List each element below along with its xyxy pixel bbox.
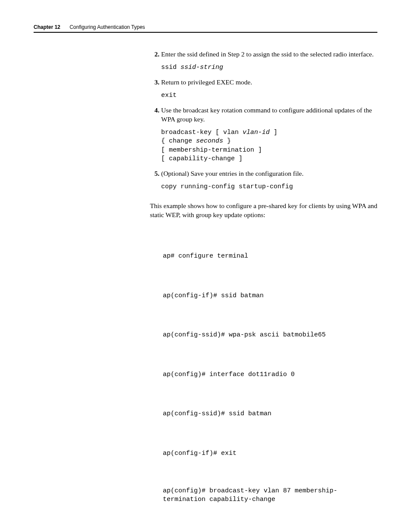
header-chapter: Chapter 12 <box>34 24 60 30</box>
example-line: ap(config)# interface dot11radio 0 <box>163 369 377 381</box>
example-line: ap(config)# broadcast-key vlan 87 member… <box>163 487 377 504</box>
example-line: ap# configure terminal <box>163 250 377 263</box>
step-text: (Optional) Save your entries in the conf… <box>161 169 377 178</box>
header-title: Configuring Authentication Types <box>69 24 145 30</box>
step-number: 4 <box>150 106 159 115</box>
step-item: 4 Use the broadcast key rotation command… <box>150 106 377 163</box>
step-text: Use the broadcast key rotation command t… <box>161 106 377 124</box>
example-intro: This example shows how to configure a pr… <box>150 202 377 220</box>
step-number: 5 <box>150 169 159 178</box>
step-text: Return to privileged EXEC mode. <box>161 78 377 87</box>
step-number: 3 <box>150 78 159 87</box>
example-line: ap(config-ssid)# ssid batman <box>163 408 377 420</box>
page-header: Chapter 12 Configuring Authentication Ty… <box>34 24 377 33</box>
main-content: 2 Enter the ssid defined in Step 2 to as… <box>150 50 377 532</box>
example-line: ap(config-if)# ssid batman <box>163 290 377 302</box>
step-code: exit <box>161 91 377 100</box>
step-item: 2 Enter the ssid defined in Step 2 to as… <box>150 50 377 72</box>
step-code: ssid ssid-string <box>161 63 377 72</box>
page: Chapter 12 Configuring Authentication Ty… <box>0 0 411 532</box>
step-number: 2 <box>150 50 159 59</box>
example-block: ap# configure terminal ap(config-if)# ss… <box>163 226 377 532</box>
step-text: Enter the ssid defined in Step 2 to assi… <box>161 50 377 59</box>
step-code: broadcast-key [ vlan vlan-id ] { change … <box>161 128 377 163</box>
step-item: 3 Return to privileged EXEC mode. exit <box>150 78 377 100</box>
example-line: ap(config-ssid)# wpa-psk ascii batmobile… <box>163 329 377 342</box>
example-line: ap(config-if)# exit <box>163 448 377 460</box>
step-code: copy running-config startup-config <box>161 183 377 191</box>
step-item: 5 (Optional) Save your entries in the co… <box>150 169 377 191</box>
